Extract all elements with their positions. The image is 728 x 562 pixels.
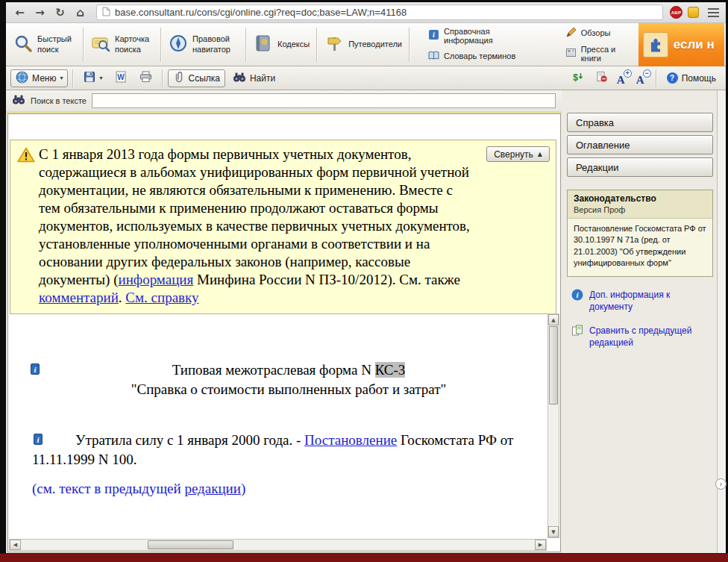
codes-button[interactable]: Кодексы xyxy=(248,27,316,63)
menu-button[interactable]: Меню ▾ xyxy=(10,69,68,87)
scroll-down-icon[interactable]: ▼ xyxy=(548,526,559,537)
page-icon xyxy=(102,6,110,19)
horizontal-scroll-track[interactable] xyxy=(21,540,535,550)
search-card-button[interactable]: Карточка поиска xyxy=(85,27,160,63)
chevron-up-icon: ▲ xyxy=(538,146,542,163)
compare-edition-link[interactable]: Сравнить с предыдущей редакцией xyxy=(589,325,697,349)
promo-banner[interactable]: если н xyxy=(638,23,724,66)
question-icon: ? xyxy=(667,72,678,84)
compare-edition-link-row[interactable]: Сравнить с предыдущей редакцией xyxy=(571,325,712,349)
legal-navigator-button[interactable]: Правовой навигатор xyxy=(163,27,245,63)
help-button[interactable]: ? Помощь xyxy=(662,69,721,87)
sidebar-contents-button[interactable]: Оглавление xyxy=(567,135,713,154)
horizontal-scroll-thumb[interactable] xyxy=(148,540,233,549)
svg-text:W: W xyxy=(118,73,125,81)
warning-notice: Свернуть ▲ С 1 января 2013 года формы пе… xyxy=(10,140,556,314)
notice-info-link[interactable]: информация xyxy=(118,272,193,287)
save-button[interactable]: ▾ xyxy=(78,69,107,87)
menu-label: Меню xyxy=(32,73,56,84)
info-square-icon: i xyxy=(428,29,439,42)
home-icon[interactable]: ⌂ xyxy=(71,4,90,21)
info-i-icon[interactable]: i xyxy=(31,363,40,375)
font-increase-button[interactable]: A + xyxy=(615,69,632,87)
address-bar[interactable]: base.consultant.ru/cons/cgi/online.cgi?r… xyxy=(96,4,663,20)
svg-text:i: i xyxy=(433,31,435,39)
scroll-left-icon[interactable]: ◀ xyxy=(10,540,21,550)
scroll-up-icon[interactable]: ▲ xyxy=(548,314,559,325)
font-decrease-button[interactable]: A − xyxy=(634,69,651,87)
adblock-icon[interactable]: ABP xyxy=(670,6,682,19)
url-text[interactable]: base.consultant.ru/cons/cgi/online.cgi?r… xyxy=(115,7,407,18)
word-doc-icon: W xyxy=(115,71,127,85)
bottom-status-bar xyxy=(0,553,728,562)
title-subtitle: "Справка о стоимости выполненных работ и… xyxy=(131,381,447,397)
forward-icon[interactable]: → xyxy=(31,4,49,21)
print-button[interactable] xyxy=(134,69,157,87)
link-label: Ссылка xyxy=(188,73,219,84)
document-viewport: Свернуть ▲ С 1 января 2013 года формы пе… xyxy=(7,113,561,552)
reviews-button[interactable]: Обзоры xyxy=(565,27,632,40)
additional-info-link[interactable]: Доп. информация к документу xyxy=(589,289,697,313)
document-title: Типовая межотраслевая форма N КС-3 "Спра… xyxy=(10,360,545,399)
search-in-text-input[interactable] xyxy=(92,93,556,108)
notice-help-link[interactable]: См. справку xyxy=(125,290,198,305)
title-highlighted-text: КС-3 xyxy=(375,362,406,378)
edition-link[interactable]: редакции) xyxy=(184,481,245,496)
collapse-button[interactable]: Свернуть ▲ xyxy=(486,146,550,162)
signpost-icon xyxy=(324,34,344,56)
right-sidebar: Справка Оглавление Редакции Законодатель… xyxy=(562,90,717,553)
binoculars-icon xyxy=(12,94,25,108)
search-in-text-label: Поиск в тексте xyxy=(31,96,87,105)
reload-icon[interactable]: ↻ xyxy=(51,4,69,21)
printer-icon xyxy=(139,71,152,85)
currency-rates-button[interactable]: $ xyxy=(566,69,589,87)
document-info-box: Законодательство Версия Проф Постановлен… xyxy=(567,190,713,277)
export-word-button[interactable]: W xyxy=(110,69,132,87)
binoculars-icon xyxy=(233,72,246,85)
quick-search-button[interactable]: Быстрый поиск xyxy=(7,27,82,63)
browser-menu-icon[interactable] xyxy=(705,5,721,20)
extension-icon[interactable] xyxy=(688,7,699,18)
vertical-scroll-thumb[interactable] xyxy=(549,326,558,405)
paperclip-icon xyxy=(173,71,184,85)
link-button[interactable]: Ссылка xyxy=(168,69,225,87)
dictionary-button[interactable]: Словарь терминов xyxy=(428,50,531,63)
horizontal-scrollbar[interactable]: ◀ ▶ xyxy=(9,539,547,551)
sidebar-reference-button[interactable]: Справка xyxy=(567,113,713,132)
press-books-button[interactable]: Пресса и книги xyxy=(565,45,632,63)
search-card-label: Карточка поиска xyxy=(115,34,154,54)
info-box-title: Законодательство xyxy=(574,193,706,204)
floppy-icon xyxy=(84,71,95,85)
scroll-right-icon[interactable]: ▶ xyxy=(535,540,546,550)
pen-icon xyxy=(565,27,577,40)
guides-label: Путеводители xyxy=(348,40,402,49)
reference-info-button[interactable]: i Справочная информация xyxy=(428,27,531,45)
vertical-scrollbar[interactable]: ▲ ▼ xyxy=(547,313,559,538)
document-body: i Типовая межотраслевая форма N КС-3 "Сп… xyxy=(10,314,545,499)
info-box-body: Постановление Госкомстата РФ от 30.10.19… xyxy=(568,219,712,276)
quick-search-label: Быстрый поиск xyxy=(37,34,76,54)
warning-icon xyxy=(17,147,35,167)
notice-comment-link[interactable]: комментарий xyxy=(39,290,119,305)
navigator-icon xyxy=(169,34,188,56)
toolbar-separator xyxy=(656,69,657,87)
press-books-label: Пресса и книги xyxy=(581,45,632,63)
expand-panel-icon[interactable]: › xyxy=(715,478,727,490)
find-button[interactable]: Найти xyxy=(228,69,280,87)
reference-group: i Справочная информация Словарь терминов xyxy=(421,27,538,63)
plus-icon: + xyxy=(624,69,632,78)
additional-info-link-row[interactable]: i Доп. информация к документу xyxy=(571,289,712,313)
puzzle-icon xyxy=(643,32,668,57)
book-icon xyxy=(254,34,273,56)
letter-a-icon: A xyxy=(617,75,625,86)
resolution-link[interactable]: Постановление xyxy=(304,432,397,448)
paragraph-text: Утратила силу с 1 января 2000 года. - xyxy=(75,432,304,448)
collapse-label: Свернуть xyxy=(494,146,533,163)
info-i-icon[interactable]: i xyxy=(34,434,43,445)
sidebar-editions-button[interactable]: Редакции xyxy=(567,157,713,177)
document-control-button[interactable] xyxy=(591,69,612,87)
note-text: (см. текст в предыдущей xyxy=(32,481,184,496)
toolbar-separator xyxy=(162,69,163,87)
guides-button[interactable]: Путеводители xyxy=(318,27,408,63)
back-icon[interactable]: ← xyxy=(10,4,29,21)
